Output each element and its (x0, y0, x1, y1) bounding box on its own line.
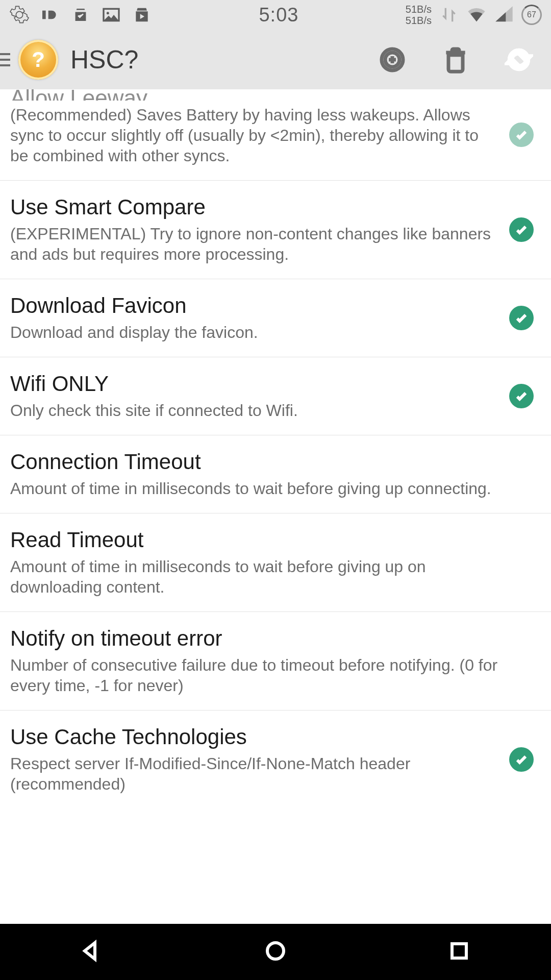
play-store-icon (132, 5, 152, 25)
checkmark-icon[interactable] (509, 306, 534, 330)
setting-wifi-only[interactable]: Wifi ONLY Only check this site if connec… (0, 357, 551, 435)
setting-title: Download Favicon (10, 293, 500, 318)
setting-title: Wifi ONLY (10, 372, 500, 396)
status-time: 5:03 (152, 4, 406, 26)
sync-button[interactable] (496, 37, 542, 83)
setting-use-cache[interactable]: Use Cache Technologies Respect server If… (0, 710, 551, 808)
setting-subtitle: (Recommended) Saves Battery by having le… (10, 105, 500, 166)
setting-subtitle: (EXPERIMENTAL) Try to ignore non-content… (10, 224, 500, 264)
delete-button[interactable] (433, 37, 479, 83)
settings-notif-icon (9, 5, 30, 25)
app-bar: ? HSC? (0, 30, 551, 89)
setting-subtitle: Download and display the favicon. (10, 322, 500, 342)
page-title: HSC? (70, 45, 352, 75)
setting-subtitle: Only check this site if connected to Wif… (10, 400, 500, 421)
setting-title: Allow Leeway (10, 89, 500, 101)
setting-allow-leeway[interactable]: Allow Leeway (Recommended) Saves Battery… (0, 89, 551, 181)
back-button[interactable] (80, 939, 104, 965)
setting-title: Use Smart Compare (10, 195, 500, 219)
setting-subtitle: Number of consecutive failure due to tim… (10, 655, 500, 696)
battery-pct: 67 (527, 10, 536, 19)
svg-rect-0 (42, 11, 46, 19)
setting-title: Use Cache Technologies (10, 725, 500, 749)
network-rates: 51B/s 51B/s (406, 4, 432, 26)
add-button[interactable] (369, 37, 415, 83)
setting-subtitle: Respect server If-Modified-Since/If-None… (10, 753, 500, 794)
net-rate-up: 51B/s (406, 15, 432, 26)
setting-subtitle: Amount of time in milliseconds to wait b… (10, 556, 500, 597)
net-rate-down: 51B/s (406, 4, 432, 15)
gallery-icon (101, 5, 121, 25)
recents-button[interactable] (447, 939, 471, 965)
shopping-check-icon (70, 5, 91, 25)
setting-title: Read Timeout (10, 528, 500, 552)
system-nav-bar (0, 924, 551, 980)
setting-smart-compare[interactable]: Use Smart Compare (EXPERIMENTAL) Try to … (0, 181, 551, 279)
status-left (9, 5, 152, 25)
status-right: 51B/s 51B/s 67 (406, 4, 542, 26)
checkmark-icon[interactable] (509, 747, 534, 772)
svg-point-2 (107, 12, 109, 14)
settings-list[interactable]: Allow Leeway (Recommended) Saves Battery… (0, 89, 551, 924)
setting-title: Notify on timeout error (10, 626, 500, 651)
setting-subtitle: Amount of time in milliseconds to wait b… (10, 478, 500, 499)
app-logo-icon[interactable]: ? (18, 40, 58, 80)
setting-connection-timeout[interactable]: Connection Timeout Amount of time in mil… (0, 435, 551, 513)
status-bar: 5:03 51B/s 51B/s 67 (0, 0, 551, 30)
data-arrows-icon (439, 5, 459, 25)
cell-signal-icon (494, 5, 514, 25)
menu-button[interactable] (0, 53, 10, 66)
svg-point-5 (267, 943, 284, 959)
checkmark-icon[interactable] (509, 384, 534, 408)
setting-download-favicon[interactable]: Download Favicon Download and display th… (0, 279, 551, 357)
battery-indicator: 67 (521, 5, 542, 25)
home-button[interactable] (263, 939, 288, 965)
setting-read-timeout[interactable]: Read Timeout Amount of time in milliseco… (0, 513, 551, 612)
wifi-icon (466, 5, 487, 25)
svg-rect-6 (452, 944, 466, 958)
setting-notify-timeout[interactable]: Notify on timeout error Number of consec… (0, 612, 551, 710)
id-box-icon (40, 5, 60, 25)
checkmark-icon[interactable] (509, 217, 534, 242)
checkmark-icon[interactable] (509, 122, 534, 147)
setting-title: Connection Timeout (10, 450, 500, 474)
